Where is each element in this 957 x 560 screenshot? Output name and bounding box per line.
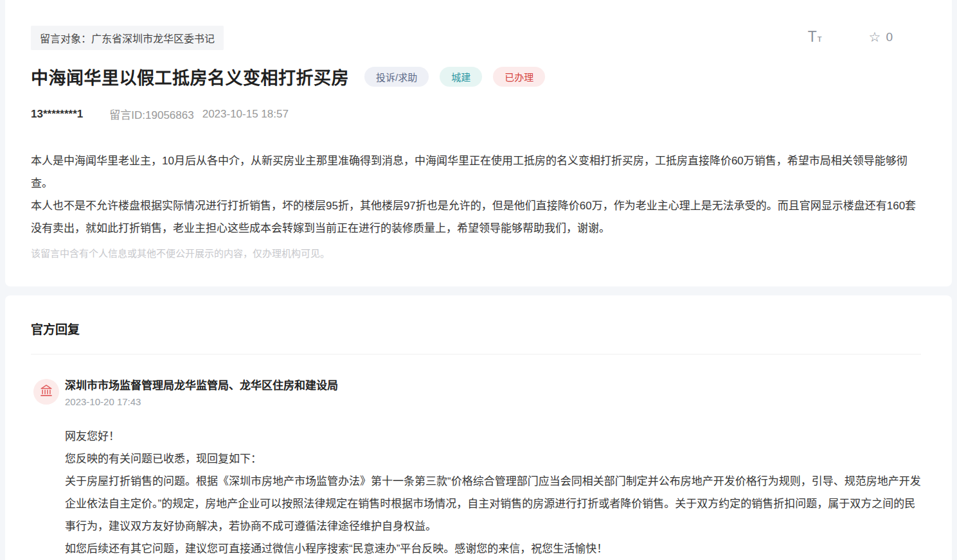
font-size-toggle-icon[interactable]: Tт bbox=[808, 30, 823, 44]
message-target-label: 留言对象：广东省深圳市龙华区委书记 bbox=[31, 26, 224, 50]
message-card-top: 留言对象：广东省深圳市龙华区委书记 Tт ☆ 0 bbox=[26, 26, 921, 50]
paragraph: 关于房屋打折销售的问题。根据《深圳市房地产市场监管办法》第十一条第三款“价格综合… bbox=[65, 470, 921, 538]
government-building-icon bbox=[39, 383, 53, 400]
reply-body: 网友您好！您反映的有关问题已收悉，现回复如下：关于房屋打折销售的问题。根据《深圳… bbox=[65, 425, 921, 560]
paragraph: 如您后续还有其它问题，建议您可直接通过微信小程序搜索“民意速办”平台反映。感谢您… bbox=[65, 538, 921, 560]
official-reply-card: 官方回复 深圳市市场监督管理局龙华监管局、龙华区住房和建设局 2023-10-2… bbox=[5, 295, 952, 560]
message-title-row: 中海闻华里以假工抵房名义变相打折买房 投诉/求助 城建 已办理 bbox=[31, 64, 921, 89]
message-body: 本人是中海闻华里老业主，10月后从各中介，从新买房业主那里准确得到消息，中海闻华… bbox=[31, 150, 921, 240]
agency-name: 深圳市市场监督管理局龙华监管局、龙华区住房和建设局 bbox=[65, 379, 338, 393]
font-size-big-glyph: T bbox=[808, 28, 818, 45]
card-gap bbox=[0, 286, 957, 295]
agency-avatar bbox=[33, 379, 59, 405]
tag-message-status: 已办理 bbox=[493, 67, 545, 87]
message-meta-row: 13********1 留言ID:19056863 2023-10-15 18:… bbox=[31, 106, 921, 122]
paragraph: 本人是中海闻华里老业主，10月后从各中介，从新买房业主那里准确得到消息，中海闻华… bbox=[31, 150, 921, 195]
author-masked-phone: 13********1 bbox=[31, 108, 83, 121]
message-id: 留言ID:19056863 bbox=[109, 106, 193, 122]
favorite-count: 0 bbox=[886, 30, 893, 44]
font-size-small-glyph: т bbox=[818, 33, 823, 44]
message-card: 留言对象：广东省深圳市龙华区委书记 Tт ☆ 0 中海闻华里以假工抵房名义变相打… bbox=[5, 0, 952, 286]
message-timestamp: 2023-10-15 18:57 bbox=[202, 108, 289, 121]
paragraph: 本人也不是不允许楼盘根据实际情况进行打折销售，坏的楼层95折，其他楼层97折也是… bbox=[31, 195, 921, 240]
message-title: 中海闻华里以假工抵房名义变相打折买房 bbox=[31, 64, 349, 89]
agency-info: 深圳市市场监督管理局龙华监管局、龙华区住房和建设局 2023-10-20 17:… bbox=[65, 379, 338, 407]
tag-message-field[interactable]: 城建 bbox=[440, 67, 482, 87]
reply-divider bbox=[31, 354, 921, 354]
paragraph: 您反映的有关问题已收悉，现回复如下： bbox=[65, 448, 921, 470]
reply-section-title: 官方回复 bbox=[31, 320, 921, 337]
privacy-note: 该留言中含有个人信息或其他不便公开展示的内容，仅办理机构可见。 bbox=[31, 246, 921, 259]
paragraph: 网友您好！ bbox=[65, 425, 921, 448]
message-toolbar: Tт ☆ 0 bbox=[808, 30, 921, 44]
star-icon: ☆ bbox=[869, 30, 881, 44]
tag-message-type[interactable]: 投诉/求助 bbox=[364, 67, 429, 87]
reply-agency-row: 深圳市市场监督管理局龙华监管局、龙华区住房和建设局 2023-10-20 17:… bbox=[33, 379, 921, 407]
reply-timestamp: 2023-10-20 17:43 bbox=[65, 396, 338, 407]
favorite-button[interactable]: ☆ 0 bbox=[869, 30, 893, 44]
